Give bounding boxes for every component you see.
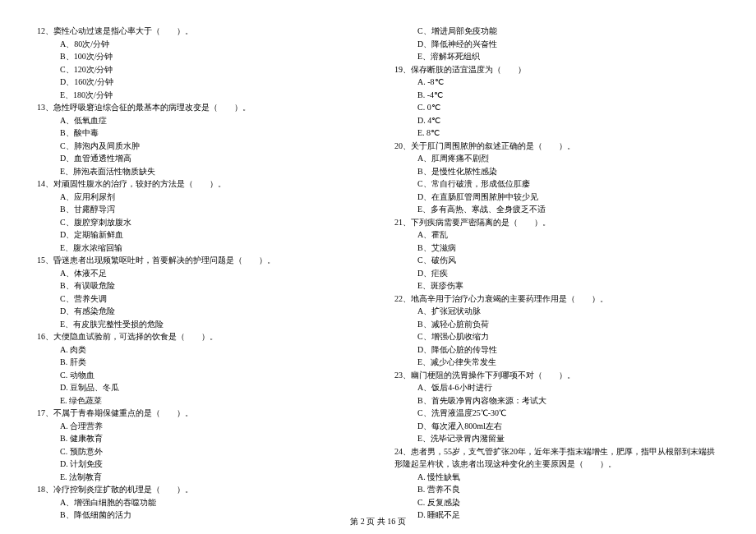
q14-option-e: E、腹水浓缩回输: [37, 242, 362, 255]
q12-option-b: B、100次/分钟: [37, 50, 362, 63]
q21-text: 21、下列疾病需要严密隔离的是（ ）。: [394, 216, 719, 229]
q21-option-d: D、疟疾: [394, 267, 719, 280]
q15-option-e: E、有皮肤完整性受损的危险: [37, 318, 362, 331]
q18-text: 18、冷疗控制炎症扩散的机理是（ ）。: [37, 483, 362, 496]
q12-text: 12、窦性心动过速是指心率大于（ ）。: [37, 25, 362, 38]
q13-option-b: B、酸中毒: [37, 127, 362, 140]
q23-option-b: B、首先吸净胃内容物来源：考试大: [394, 394, 719, 407]
question-21: 21、下列疾病需要严密隔离的是（ ）。 A、霍乱 B、艾滋病 C、破伤风 D、疟…: [394, 216, 719, 292]
q13-text: 13、急性呼吸窘迫综合征的最基本的病理改变是（ ）。: [37, 101, 362, 114]
right-column: C、增进局部免疫功能 D、降低神经的兴奋性 E、溶解坏死组织 19、保存断肢的适…: [394, 25, 719, 493]
question-16: 16、大便隐血试验前，可选择的饮食是（ ）。 A. 肉类 B. 肝类 C. 动物…: [37, 330, 362, 407]
content-columns: 12、窦性心动过速是指心率大于（ ）。 A、80次/分钟 B、100次/分钟 C…: [37, 25, 719, 493]
q14-text: 14、对顽固性腹水的治疗，较好的方法是（ ）。: [37, 177, 362, 191]
question-12: 12、窦性心动过速是指心率大于（ ）。 A、80次/分钟 B、100次/分钟 C…: [37, 25, 362, 101]
q24-option-a: A. 慢性缺氧: [394, 471, 719, 484]
q16-text: 16、大便隐血试验前，可选择的饮食是（ ）。: [37, 330, 362, 343]
q16-option-a: A. 肉类: [37, 343, 362, 357]
q20-option-b: B、是慢性化脓性感染: [394, 165, 719, 178]
q20-text: 20、关于肛门周围脓肿的叙述正确的是（ ）。: [394, 140, 719, 153]
q23-option-e: E、洗毕记录胃内潴留量: [394, 432, 719, 445]
q14-option-b: B、甘露醇导泻: [37, 203, 362, 216]
q12-option-d: D、160次/分钟: [37, 76, 362, 89]
q17-option-a: A. 合理营养: [37, 420, 362, 433]
q17-option-b: B. 健康教育: [37, 432, 362, 445]
q22-option-e: E、减少心律失常发生: [394, 356, 719, 369]
q23-option-c: C、洗胃液温度25℃-30℃: [394, 407, 719, 420]
q21-option-c: C、破伤风: [394, 254, 719, 267]
q17-option-c: C. 预防意外: [37, 445, 362, 458]
q23-text: 23、幽门梗阻的洗胃操作下列哪项不对（ ）。: [394, 369, 719, 382]
q23-option-a: A、饭后4-6小时进行: [394, 381, 719, 394]
q14-option-c: C、腹腔穿刺放腹水: [37, 216, 362, 229]
q18-option-e: E、溶解坏死组织: [394, 50, 719, 63]
q16-option-b: B. 肝类: [37, 356, 362, 369]
question-13: 13、急性呼吸窘迫综合征的最基本的病理改变是（ ）。 A、低氧血症 B、酸中毒 …: [37, 101, 362, 177]
q21-option-b: B、艾滋病: [394, 242, 719, 255]
question-20: 20、关于肛门周围脓肿的叙述正确的是（ ）。 A、肛周疼痛不剧烈 B、是慢性化脓…: [394, 140, 719, 216]
q19-option-a: A. -8℃: [394, 76, 719, 89]
q21-option-e: E、斑疹伤寒: [394, 279, 719, 292]
q17-option-e: E. 法制教育: [37, 471, 362, 484]
q21-option-a: A、霍乱: [394, 228, 719, 242]
q16-option-e: E. 绿色蔬菜: [37, 394, 362, 407]
q23-option-d: D、每次灌入800ml左右: [394, 420, 719, 433]
q24-option-b: B. 营养不良: [394, 483, 719, 496]
q22-option-d: D、降低心脏的传导性: [394, 343, 719, 357]
q19-option-c: C. 0℃: [394, 101, 719, 114]
q18-option-c: C、增进局部免疫功能: [394, 25, 719, 38]
q22-option-b: B、减轻心脏前负荷: [394, 318, 719, 331]
q18-option-a: A、增强白细胞的吞噬功能: [37, 496, 362, 509]
q15-option-d: D、有感染危险: [37, 305, 362, 318]
q16-option-c: C. 动物血: [37, 369, 362, 382]
q16-option-d: D. 豆制品、冬瓜: [37, 381, 362, 394]
question-24: 24、患者男，55岁，支气管扩张20年，近年来手指末端增生，肥厚，指甲从根部到末…: [394, 445, 719, 522]
q15-option-c: C、营养失调: [37, 292, 362, 306]
question-18-cont: C、增进局部免疫功能 D、降低神经的兴奋性 E、溶解坏死组织: [394, 25, 719, 63]
q17-text: 17、不属于青春期保健重点的是（ ）。: [37, 407, 362, 420]
q19-option-e: E. 8℃: [394, 127, 719, 140]
q22-text: 22、地高辛用于治疗心力衰竭的主要药理作用是（ ）。: [394, 292, 719, 306]
q13-option-a: A、低氧血症: [37, 114, 362, 127]
question-23: 23、幽门梗阻的洗胃操作下列哪项不对（ ）。 A、饭后4-6小时进行 B、首先吸…: [394, 369, 719, 445]
q12-option-e: E、180次/分钟: [37, 89, 362, 102]
q15-text: 15、昏迷患者出现频繁呕吐时，首要解决的护理问题是（ ）。: [37, 254, 362, 267]
q19-option-b: B. -4℃: [394, 89, 719, 102]
q13-option-e: E、肺泡表面活性物质缺失: [37, 165, 362, 178]
question-22: 22、地高辛用于治疗心力衰竭的主要药理作用是（ ）。 A、扩张冠状动脉 B、减轻…: [394, 292, 719, 369]
q15-option-a: A、体液不足: [37, 267, 362, 280]
q22-option-a: A、扩张冠状动脉: [394, 305, 719, 318]
page-footer: 第 2 页 共 16 页: [0, 516, 756, 527]
question-14: 14、对顽固性腹水的治疗，较好的方法是（ ）。 A、应用利尿剂 B、甘露醇导泻 …: [37, 177, 362, 254]
q24-option-c: C. 反复感染: [394, 496, 719, 509]
q14-option-a: A、应用利尿剂: [37, 191, 362, 204]
q12-option-c: C、120次/分钟: [37, 63, 362, 76]
q13-option-d: D、血管通透性增高: [37, 152, 362, 165]
question-19: 19、保存断肢的适宜温度为（ ） A. -8℃ B. -4℃ C. 0℃ D. …: [394, 63, 719, 140]
question-15: 15、昏迷患者出现频繁呕吐时，首要解决的护理问题是（ ）。 A、体液不足 B、有…: [37, 254, 362, 330]
q22-option-c: C、增强心肌收缩力: [394, 330, 719, 343]
q19-option-d: D. 4℃: [394, 114, 719, 127]
q17-option-d: D. 计划免疫: [37, 458, 362, 471]
q20-option-d: D、在直肠肛管周围脓肿中较少见: [394, 191, 719, 204]
q20-option-e: E、多有高热、寒战、全身疲乏不适: [394, 203, 719, 216]
q19-text: 19、保存断肢的适宜温度为（ ）: [394, 63, 719, 76]
left-column: 12、窦性心动过速是指心率大于（ ）。 A、80次/分钟 B、100次/分钟 C…: [37, 25, 362, 493]
q20-option-a: A、肛周疼痛不剧烈: [394, 152, 719, 165]
question-17: 17、不属于青春期保健重点的是（ ）。 A. 合理营养 B. 健康教育 C. 预…: [37, 407, 362, 483]
q18-option-d: D、降低神经的兴奋性: [394, 38, 719, 51]
q24-text: 24、患者男，55岁，支气管扩张20年，近年来手指末端增生，肥厚，指甲从根部到末…: [394, 445, 719, 471]
q12-option-a: A、80次/分钟: [37, 38, 362, 51]
q15-option-b: B、有误吸危险: [37, 279, 362, 292]
q14-option-d: D、定期输新鲜血: [37, 228, 362, 242]
q13-option-c: C、肺泡内及间质水肿: [37, 140, 362, 153]
q20-option-c: C、常自行破溃，形成低位肛瘘: [394, 177, 719, 191]
